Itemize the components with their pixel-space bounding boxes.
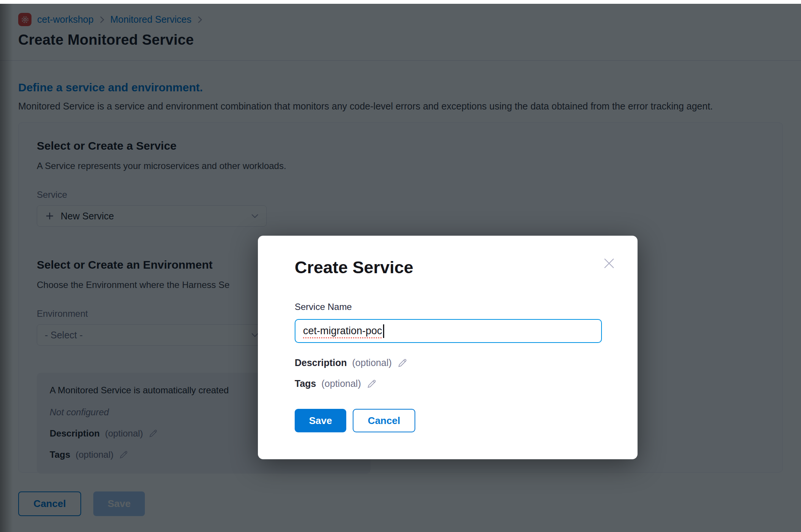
modal-description-optional: (optional) bbox=[352, 357, 392, 368]
close-icon[interactable] bbox=[602, 256, 616, 271]
service-name-value: cet-migration-poc bbox=[303, 325, 382, 337]
modal-description-row: Description (optional) bbox=[295, 357, 638, 368]
modal-cancel-button[interactable]: Cancel bbox=[353, 409, 415, 432]
text-cursor bbox=[383, 324, 384, 338]
modal-tags-row: Tags (optional) bbox=[295, 378, 638, 389]
service-name-input[interactable]: cet-migration-poc bbox=[295, 319, 602, 343]
modal-actions: Save Cancel bbox=[295, 409, 638, 432]
modal-tags-label: Tags bbox=[295, 378, 316, 389]
create-service-modal: Create Service Service Name cet-migratio… bbox=[258, 236, 638, 459]
pencil-icon[interactable] bbox=[366, 379, 377, 389]
service-name-label: Service Name bbox=[295, 302, 638, 312]
modal-tags-optional: (optional) bbox=[322, 378, 361, 389]
modal-title: Create Service bbox=[295, 236, 638, 277]
pencil-icon[interactable] bbox=[397, 358, 408, 368]
modal-save-button[interactable]: Save bbox=[295, 409, 346, 432]
modal-description-label: Description bbox=[295, 357, 347, 368]
